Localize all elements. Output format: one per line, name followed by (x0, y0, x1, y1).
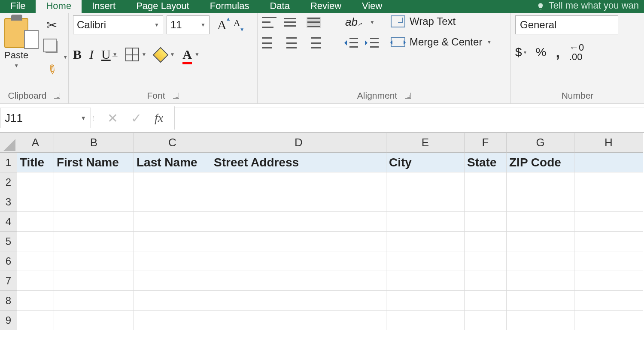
cancel-formula-button[interactable]: ✕ (107, 111, 118, 126)
cell-E6[interactable] (386, 251, 465, 271)
column-header-G[interactable]: G (507, 133, 574, 153)
column-header-E[interactable]: E (386, 133, 465, 153)
cell-B7[interactable] (54, 271, 134, 291)
borders-button[interactable] (125, 48, 139, 61)
cell-C7[interactable] (134, 271, 211, 291)
cell-G3[interactable] (507, 192, 574, 212)
font-name-combo[interactable]: Calibri ▼ (73, 15, 163, 34)
cell-G9[interactable] (507, 311, 574, 330)
cell-D8[interactable] (211, 291, 386, 311)
cell-F5[interactable] (465, 232, 507, 251)
increase-indent-button[interactable] (366, 38, 379, 48)
cell-H9[interactable] (574, 311, 643, 330)
row-header-7[interactable]: 7 (0, 271, 17, 291)
cell-A9[interactable] (17, 311, 54, 330)
cell-E9[interactable] (386, 311, 465, 330)
tab-review[interactable]: Review (300, 0, 352, 13)
cell-F1[interactable]: State (465, 153, 507, 172)
cell-A1[interactable]: Title (17, 153, 54, 172)
row-header-1[interactable]: 1 (0, 153, 17, 172)
cell-E2[interactable] (386, 172, 465, 192)
cell-H8[interactable] (574, 291, 643, 311)
percent-button[interactable]: % (536, 45, 547, 59)
copy-button[interactable] (44, 39, 59, 55)
tab-formulas[interactable]: Formulas (200, 0, 260, 13)
cell-H6[interactable] (574, 251, 643, 271)
cell-F9[interactable] (465, 311, 507, 330)
cell-H4[interactable] (574, 212, 643, 232)
cell-E8[interactable] (386, 291, 465, 311)
column-header-D[interactable]: D (211, 133, 386, 153)
shrink-font-button[interactable]: A▼ (232, 18, 242, 32)
cell-G1[interactable]: ZIP Code (507, 153, 574, 172)
increase-decimal-button[interactable]: ←0.00 (569, 43, 584, 62)
enter-formula-button[interactable]: ✓ (131, 111, 142, 126)
cell-H7[interactable] (574, 271, 643, 291)
cell-G6[interactable] (507, 251, 574, 271)
cell-C5[interactable] (134, 232, 211, 251)
cell-C4[interactable] (134, 212, 211, 232)
cell-H3[interactable] (574, 192, 643, 212)
cell-G8[interactable] (507, 291, 574, 311)
tab-file[interactable]: File (0, 0, 36, 13)
grow-font-button[interactable]: A▲ (216, 18, 228, 32)
italic-button[interactable]: I (89, 47, 94, 62)
currency-button[interactable]: $▾ (515, 45, 526, 59)
cell-D2[interactable] (211, 172, 386, 192)
cell-E3[interactable] (386, 192, 465, 212)
column-header-A[interactable]: A (17, 133, 54, 153)
tab-home[interactable]: Home (36, 0, 82, 13)
row-header-8[interactable]: 8 (0, 291, 17, 311)
cell-D7[interactable] (211, 271, 386, 291)
font-color-button[interactable]: A (182, 47, 192, 62)
formula-input[interactable] (175, 108, 644, 128)
cell-C6[interactable] (134, 251, 211, 271)
cell-H5[interactable] (574, 232, 643, 251)
chevron-down-icon[interactable]: ▼ (194, 51, 200, 57)
cell-A8[interactable] (17, 291, 54, 311)
row-header-4[interactable]: 4 (0, 212, 17, 232)
font-size-combo[interactable]: 11 ▼ (167, 15, 210, 34)
decrease-indent-button[interactable] (345, 38, 358, 48)
cell-G2[interactable] (507, 172, 574, 192)
row-header-6[interactable]: 6 (0, 251, 17, 271)
alignment-launcher[interactable] (405, 93, 411, 99)
select-all-corner[interactable] (0, 133, 17, 153)
cell-A6[interactable] (17, 251, 54, 271)
row-header-2[interactable]: 2 (0, 172, 17, 192)
tab-data[interactable]: Data (259, 0, 300, 13)
copy-dropdown[interactable]: ▼ (63, 54, 68, 60)
bold-button[interactable]: B (73, 47, 82, 62)
cell-C2[interactable] (134, 172, 211, 192)
clipboard-launcher[interactable] (54, 93, 60, 99)
cut-button[interactable]: ✂ (44, 17, 59, 33)
cell-E7[interactable] (386, 271, 465, 291)
tab-view[interactable]: View (352, 0, 392, 13)
cell-A2[interactable] (17, 172, 54, 192)
underline-button[interactable]: U▼ (101, 47, 118, 62)
tell-me-search[interactable]: Tell me what you wan (532, 0, 644, 13)
chevron-down-icon[interactable]: ▼ (142, 51, 147, 57)
chevron-down-icon[interactable]: ▼ (370, 19, 375, 25)
cell-E4[interactable] (386, 212, 465, 232)
cell-F2[interactable] (465, 172, 507, 192)
orientation-button[interactable]: ab↗ (345, 15, 362, 29)
align-middle-button[interactable] (284, 17, 299, 28)
cell-D9[interactable] (211, 311, 386, 330)
cell-B4[interactable] (54, 212, 134, 232)
cell-B6[interactable] (54, 251, 134, 271)
align-right-button[interactable] (307, 37, 321, 48)
paste-dropdown[interactable]: ▼ (14, 63, 19, 69)
row-header-9[interactable]: 9 (0, 311, 17, 330)
format-painter-button[interactable]: ✎ (44, 62, 59, 77)
align-center-button[interactable] (284, 37, 299, 48)
chevron-down-icon[interactable]: ▼ (170, 51, 175, 57)
cell-B3[interactable] (54, 192, 134, 212)
cell-C1[interactable]: Last Name (134, 153, 211, 172)
cell-A7[interactable] (17, 271, 54, 291)
cell-B1[interactable]: First Name (54, 153, 134, 172)
cell-F7[interactable] (465, 271, 507, 291)
cell-H2[interactable] (574, 172, 643, 192)
cell-G4[interactable] (507, 212, 574, 232)
cell-F6[interactable] (465, 251, 507, 271)
